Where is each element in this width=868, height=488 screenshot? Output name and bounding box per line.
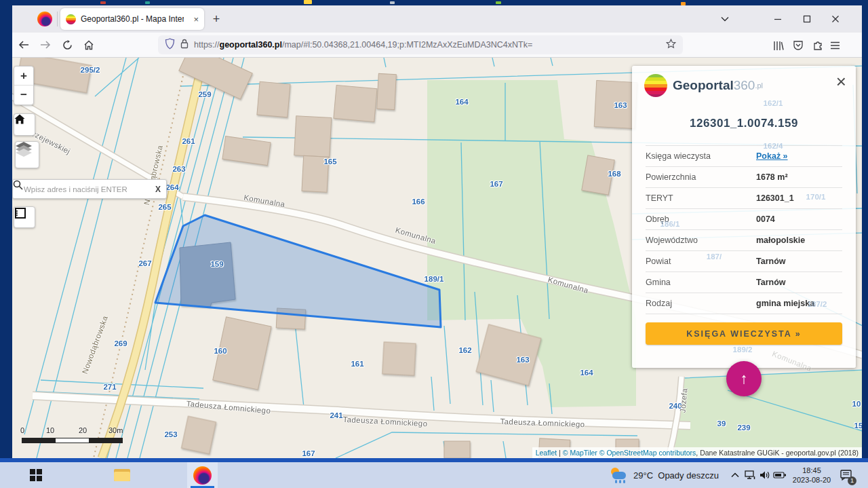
layers-button[interactable] (15, 141, 39, 168)
weather-widget[interactable]: 29°C Opady deszczu (633, 462, 719, 488)
row-label: Rodzaj (646, 299, 756, 308)
maximize-button[interactable] (796, 10, 818, 28)
panel-brand: Geoportal360.pl (644, 74, 763, 97)
minimize-button[interactable] (767, 10, 789, 28)
brand-light: 360 (734, 78, 755, 93)
zoom-in-button[interactable]: + (14, 67, 33, 86)
tab-geoportal[interactable]: Geoportal360.pl - Mapa Interakt × (60, 8, 204, 30)
zoom-control: + − (14, 66, 34, 105)
tab-bar: Geoportal360.pl - Mapa Interakt × + (12, 5, 862, 33)
file-explorer-button[interactable] (111, 464, 133, 486)
url-text: https://geoportal360.pl/map/#l:50.04368,… (194, 40, 532, 50)
navigation-toolbar: https://geoportal360.pl/map/#l:50.04368,… (12, 33, 862, 58)
table-row: Obręb0074 (646, 208, 842, 229)
weather-temp: 29°C (633, 470, 653, 481)
scale-label: 0 (20, 426, 24, 434)
back-button[interactable] (15, 36, 33, 54)
scale-label: 30m (108, 426, 123, 434)
row-label: Gmina (646, 278, 756, 287)
address-bar[interactable]: https://geoportal360.pl/map/#l:50.04368,… (158, 35, 683, 54)
row-value: Tarnów (756, 257, 786, 266)
new-tab-button[interactable]: + (208, 11, 224, 27)
table-row: PowiatTarnów (646, 250, 842, 271)
table-row: Księga wieczystaPokaż » (646, 145, 842, 166)
up-arrow-icon: ↑ (741, 370, 748, 388)
library-icon[interactable] (770, 37, 787, 54)
row-value: 126301_1 (756, 193, 794, 203)
tab-title: Geoportal360.pl - Mapa Interakt (81, 14, 184, 24)
pokaz-link[interactable]: Pokaż » (756, 151, 788, 161)
measure-tool-button[interactable] (14, 206, 35, 228)
desktop-icon-peek (100, 1, 106, 4)
zoom-out-button[interactable]: − (14, 86, 33, 104)
reload-button[interactable] (58, 36, 76, 54)
desktop-icon-peek (496, 1, 501, 4)
parcel-id-title: 126301_1.0074.159 (632, 117, 856, 130)
scale-label: 20 (79, 426, 87, 434)
tab-close-icon[interactable]: × (193, 15, 199, 24)
clock-time: 18:45 (792, 466, 831, 475)
home-button[interactable] (80, 36, 98, 54)
parcel-info-panel: Geoportal360.pl × 126301_1.0074.159 Księ… (632, 66, 856, 368)
table-row: GminaTarnów (646, 271, 842, 293)
bookmark-star-icon[interactable] (666, 39, 676, 52)
lock-icon[interactable] (180, 39, 189, 52)
taskbar: 29°C Opady deszczu 18:45 2023-08-20 (0, 462, 868, 488)
credits-link[interactable]: © MapTiler © OpenStreetMap contributors (563, 449, 696, 457)
scale-bar (22, 438, 123, 443)
row-value: gmina miejska (756, 299, 814, 308)
row-label: Powierzchnia (646, 172, 756, 182)
tracking-shield-icon[interactable] (165, 38, 175, 52)
geoportal-logo-icon (644, 74, 667, 97)
start-button[interactable] (25, 464, 47, 486)
table-row: Powierzchnia1678 m² (646, 166, 842, 187)
row-label: Księga wieczysta (646, 151, 756, 161)
scale-label: 10 (46, 426, 54, 434)
desktop-icon-peek (304, 0, 312, 4)
table-row: TERYT126301_1 (646, 187, 842, 208)
panel-table: Księga wieczystaPokaż »Powierzchnia1678 … (646, 145, 842, 314)
clock-date: 2023-08-20 (792, 475, 831, 485)
row-value: 1678 m² (756, 172, 788, 182)
row-label: Powiat (646, 257, 756, 266)
map-canvas[interactable]: 295/225926126326426526726927125315916016… (12, 58, 862, 458)
weather-icon[interactable] (608, 464, 629, 486)
row-label: Obręb (646, 214, 756, 224)
table-row: Rodzajgmina miejska (646, 293, 842, 314)
ksiega-wieczysta-button[interactable]: KSIĘGA WIECZYSTA » (646, 322, 842, 345)
address-search: X (12, 179, 167, 199)
search-input[interactable] (22, 185, 139, 194)
row-value: małopolskie (756, 236, 805, 245)
desktop-icon-peek (390, 1, 395, 4)
extension-icon[interactable] (809, 37, 827, 54)
firefox-taskbar-button[interactable] (191, 464, 213, 486)
weather-desc: Opady deszczu (658, 470, 719, 481)
forward-button[interactable] (37, 36, 54, 54)
row-label: TERYT (646, 193, 756, 203)
desktop-icon-peek (145, 1, 150, 4)
list-tabs-chevron-icon[interactable] (714, 10, 736, 28)
map-attribution: Leaflet | © MapTiler © OpenStreetMap con… (532, 447, 862, 458)
firefox-icon[interactable] (37, 12, 52, 26)
map-home-button[interactable] (14, 113, 35, 136)
brand-bold: Geoportal (673, 78, 734, 93)
table-row: Województwomałopolskie (646, 229, 842, 250)
notification-badge: 1 (848, 476, 856, 485)
browser-window: Geoportal360.pl - Mapa Interakt × + (12, 5, 862, 458)
battery-icon[interactable] (769, 464, 791, 486)
row-label: Województwo (646, 236, 756, 245)
leaflet-link[interactable]: Leaflet (536, 449, 557, 457)
clock[interactable]: 18:45 2023-08-20 (792, 462, 831, 488)
geoportal-favicon-icon (66, 14, 76, 24)
panel-close-icon[interactable]: × (836, 73, 846, 90)
pocket-icon[interactable] (789, 37, 807, 54)
search-clear-button[interactable]: X (155, 185, 161, 194)
row-value: 0074 (756, 214, 775, 224)
scroll-top-button[interactable]: ↑ (726, 361, 762, 396)
brand-tld: .pl (755, 81, 763, 90)
desktop: Geoportal360.pl - Mapa Interakt × + (0, 0, 868, 488)
close-window-button[interactable] (825, 10, 846, 28)
menu-icon[interactable] (826, 37, 844, 54)
row-value: Tarnów (756, 278, 786, 287)
divider (57, 12, 58, 26)
